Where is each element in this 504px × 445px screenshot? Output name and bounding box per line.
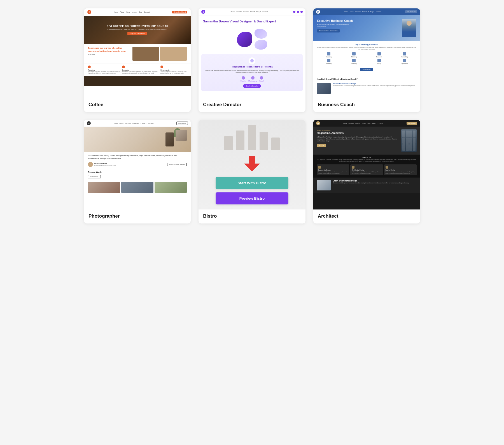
coach-nav-btn[interactable]: Get In Touch [405, 10, 417, 13]
arch-service-commercial-title: Commercial Design [318, 169, 348, 171]
coach-divider [317, 75, 417, 75]
creative-tag-2: Photography [248, 76, 257, 82]
cn-process: Process [243, 11, 249, 13]
cn-home: Home [344, 11, 348, 13]
bistro-preview: Start With Bistro Preview Bistro [199, 120, 305, 209]
photo-portfolio-btn[interactable]: My Photography Portfolio [167, 163, 187, 166]
arch-service-residential-body: At Elegant Inc. we specialize in residen… [352, 171, 381, 174]
coffee-icon-roasting-body: We believe that coffee starts with great… [88, 71, 120, 74]
arch-about-body: At Elegant Inc. Architects is a premier … [317, 159, 417, 163]
shape-blob-light [255, 29, 267, 39]
pn-blog: Blog ▾ [142, 122, 147, 124]
photo-nav-links: Home About Portfolio Collection ▾ Blog ▾… [114, 122, 153, 124]
card-architect[interactable]: D Home Portfolio Services Project Blog G… [313, 120, 420, 223]
shape-blob-dark [237, 32, 252, 47]
photo-contact-btn[interactable]: Contact Us [176, 122, 188, 125]
arch-nav-links: Home Portfolio Services Project Blog Gal… [343, 122, 383, 124]
coach-service-marketing-label: Marketing [342, 63, 366, 64]
arch-services-grid: Commercial Design Our commercial design … [317, 164, 417, 175]
bistro-bar-4 [260, 132, 268, 150]
coach-service-research-label: Research [367, 56, 391, 58]
bistro-arrow-shaft [249, 156, 255, 164]
photo-bio: I'm obsessed with telling stories throug… [84, 152, 191, 169]
creative-cta[interactable]: Book A Sample [243, 84, 261, 88]
card-photographer[interactable]: D Home About Portfolio Collection ▾ Blog… [84, 120, 191, 223]
photo-gallery [84, 180, 191, 195]
w4 [413, 131, 416, 137]
coffee-nav-btn[interactable]: Shop Our Blend [172, 11, 188, 13]
w11 [409, 144, 412, 151]
coach-service-planning-label: Planning [342, 56, 366, 58]
an-project: Project [362, 122, 366, 124]
arch-hero-title: Elegant Inc. Architects [317, 132, 399, 135]
photo-work: Recent Work Full Portfolio [84, 169, 191, 180]
coach-avatar-body [402, 19, 416, 37]
coach-service-marketing: Marketing [342, 59, 366, 64]
pn-home: Home [114, 122, 118, 124]
coach-bottom-text: What is Business Coaching? Business coac… [333, 83, 417, 87]
arch-service-commercial-icon [318, 166, 321, 169]
arch-hero-btn[interactable]: Let's Talk [317, 144, 326, 147]
coach-label: Business Coach [313, 98, 420, 112]
photo-work-btn[interactable]: Full Portfolio [88, 175, 101, 178]
photo-thumb-1 [88, 182, 120, 193]
arch-nav-btn[interactable]: Get In Touch [407, 122, 417, 125]
coach-hero-btn[interactable]: Schedule a Free Consultation [317, 29, 340, 32]
coach-nav: D Home About Services Results ▾ Blog ▾ C… [313, 8, 420, 15]
w10 [406, 144, 409, 151]
bistro-start-btn[interactable]: Start With Bistro [216, 177, 288, 189]
creative-icon-2 [297, 11, 299, 13]
coach-bottom: What is Business Coaching? Business coac… [313, 81, 420, 96]
coach-head [407, 21, 412, 26]
coach-service-planning-icon [352, 52, 356, 55]
coffee-img-1 [132, 47, 159, 61]
coach-nav-links: Home About Services Results ▾ Blog ▾ Con… [344, 11, 381, 13]
photo-profile-info-row: Hello! I'm Olivia Professional Photograp… [88, 162, 116, 167]
coffee-icon-roasting: Roasting We believe that coffee starts w… [88, 66, 120, 74]
coffee-icon-community-body: There's more than just a place to grab a… [160, 71, 187, 74]
coach-services-desc: Whether you are looking to perfection yo… [317, 47, 417, 50]
coffee-nav-contact: Contact [144, 11, 150, 13]
arch-bottom-body: Our commercial design services are dedic… [333, 182, 409, 184]
coffee-hero-sub: Remarkably simple all coffee with every … [108, 29, 167, 30]
pn-about: About [120, 122, 123, 124]
coffee-hero: DIVI COFFEE CO. WHERE EVERY SIP COUNTS R… [84, 16, 191, 44]
creative-shapes [199, 26, 305, 52]
creative-tag-icon-1 [242, 76, 245, 80]
coffee-icon-community-icon [160, 66, 163, 68]
creative-tag-3: Brand [259, 76, 263, 82]
cn-blog: Blog ▾ [370, 11, 375, 13]
photo-profile-details: Hello! I'm Olivia Professional Photograp… [94, 163, 116, 166]
coach-service-hiring-icon [377, 59, 381, 62]
cn-home: Home [230, 11, 235, 13]
arch-windows [402, 131, 416, 151]
coach-learn-more[interactable]: Learn More [360, 68, 373, 71]
w1 [402, 131, 405, 137]
coffee-nav-blog: Blog [139, 11, 142, 13]
creative-hero-title: Samantha Bowen Visual Designer & Brand E… [203, 19, 301, 23]
card-coach[interactable]: D Home About Services Results ▾ Blog ▾ C… [313, 8, 420, 112]
bistro-preview-btn[interactable]: Preview Bistro [216, 192, 288, 204]
coach-service-branding-label: Branding [317, 63, 341, 64]
pn-contact: Contact [148, 122, 153, 124]
w7 [409, 138, 412, 144]
arch-logo: D [316, 121, 320, 125]
coffee-icon-sourcing-body: We believe that great coffee starts with… [122, 71, 158, 74]
coach-service-operations-icon [403, 59, 406, 62]
coach-service-networking: Networking [393, 52, 417, 58]
card-bistro[interactable]: Start With Bistro Preview Bistro Bistro [199, 120, 305, 223]
coffee-hero-cta[interactable]: Shop Our Latest Blend [127, 32, 148, 35]
photo-logo: D [87, 121, 91, 125]
coach-service-networking-label: Networking [393, 56, 417, 58]
cn-portfolio: Portfolio [236, 11, 242, 13]
coach-learn-more-wrapper: Learn More [317, 66, 417, 71]
card-creative[interactable]: D Home Portfolio Process Shop ▾ Blog ▾ C… [199, 8, 305, 112]
shape-pair [255, 29, 267, 50]
photo-nav: D Home About Portfolio Collection ▾ Blog… [84, 120, 191, 127]
creative-tag-icon-2 [251, 76, 255, 80]
coffee-icons-row: Roasting We believe that coffee starts w… [84, 64, 191, 76]
an-more: + 2 More [377, 122, 383, 124]
creative-profile-icon [249, 57, 255, 64]
cn-contact: Contact [376, 11, 381, 13]
card-coffee[interactable]: D Home About Menu Shop ▾ Blog Contact Sh… [84, 8, 191, 112]
